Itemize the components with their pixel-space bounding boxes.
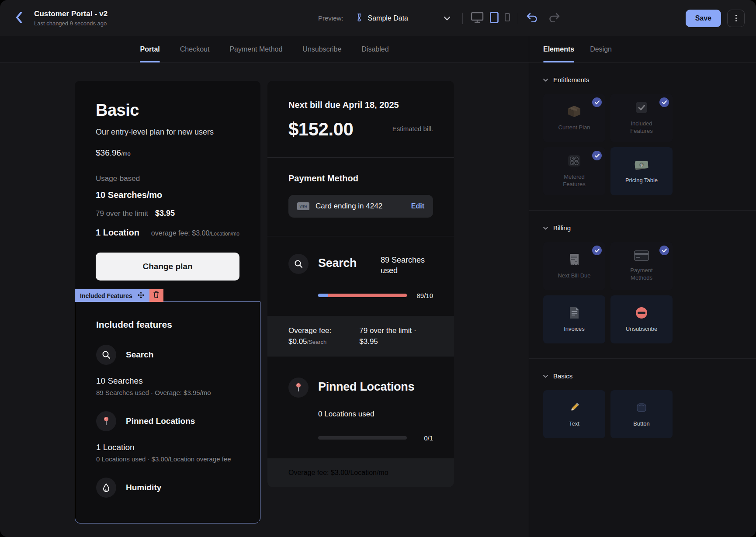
feature-title: Search <box>126 350 153 360</box>
tablet-icon <box>490 12 499 25</box>
redo-button[interactable] <box>548 13 560 24</box>
visa-badge-icon: VISA <box>297 202 309 210</box>
canvas-column: Portal Checkout Payment Method Unsubscri… <box>0 36 529 537</box>
basics-tiles: Text Button <box>543 390 742 438</box>
tab-elements[interactable]: Elements <box>543 36 574 62</box>
bill-amount-row: $152.00 Estimated bill. <box>288 119 433 140</box>
overage-fee-amount: $0.05/Search <box>288 337 331 346</box>
page-title: Customer Portal - v2 <box>34 10 108 18</box>
chevron-down-icon <box>543 224 548 232</box>
delete-element-button[interactable] <box>149 289 163 302</box>
payment-method-heading: Payment Method <box>288 173 433 184</box>
divider <box>518 13 518 24</box>
history-controls <box>526 13 560 24</box>
tab-checkout[interactable]: Checkout <box>180 36 210 62</box>
elements-panel: Elements Design Entitlements Current Pla… <box>529 36 756 537</box>
topbar-center: Preview: Sample Data <box>195 11 683 26</box>
locations-usage-title: Pinned Locations <box>318 380 414 394</box>
locations-overage-band: Overage fee: $3.00/Location/mo <box>267 458 454 487</box>
locations-progress-label: 0/1 <box>415 434 433 442</box>
card-ending-text: Card ending in 4242 <box>316 202 382 211</box>
device-toggle-group <box>471 12 510 25</box>
payment-card-row: VISA Card ending in 4242 Edit <box>288 195 433 218</box>
section-basics: Basics Text Button <box>529 359 756 453</box>
change-plan-button[interactable]: Change plan <box>96 253 239 281</box>
billing-card: Next bill due April 18, 2025 $152.00 Est… <box>267 81 454 487</box>
panel-tabs: Elements Design <box>529 36 756 62</box>
included-features-heading: Included features <box>96 319 239 330</box>
desktop-view-button[interactable] <box>471 12 484 25</box>
feature-quantity: 10 Searches <box>96 376 239 386</box>
over-limit-label: 79 over the limit <box>96 209 148 218</box>
tile-button[interactable]: Button <box>610 390 673 438</box>
body: Portal Checkout Payment Method Unsubscri… <box>0 36 756 537</box>
tile-invoices[interactable]: Invoices <box>543 295 605 343</box>
next-bill-section: Next bill due April 18, 2025 $152.00 Est… <box>267 81 454 157</box>
feature-detail: 0 Locations used · $3.00/Location overag… <box>96 455 239 463</box>
tile-payment-methods[interactable]: Payment Methods <box>610 242 673 290</box>
check-icon <box>592 246 602 255</box>
preview-data-select[interactable]: Sample Data <box>351 11 455 26</box>
back-button[interactable] <box>11 11 26 26</box>
over-limit-col: 79 over the limit · $3.95 <box>359 326 416 346</box>
feature-row: Pinned Locations <box>96 411 239 431</box>
section-entitlements-header[interactable]: Entitlements <box>543 76 742 83</box>
button-shape-icon <box>634 401 649 416</box>
undo-button[interactable] <box>526 13 538 24</box>
tile-current-plan[interactable]: Current Plan <box>543 94 605 142</box>
plan-name: Basic <box>96 101 239 120</box>
gauges-icon <box>567 154 581 169</box>
included-features-block: Included features Search 10 Searches 89 … <box>75 302 260 523</box>
mobile-view-button[interactable] <box>505 13 510 23</box>
overage-fee-label: Overage fee: <box>288 326 331 335</box>
chevron-down-icon <box>444 14 450 22</box>
tab-unsubscribe[interactable]: Unsubscribe <box>302 36 341 62</box>
app-window: Customer Portal - v2 Last changed 9 seco… <box>0 0 756 537</box>
svg-text:$: $ <box>640 163 642 167</box>
tile-metered-features[interactable]: Metered Features <box>543 147 605 195</box>
edit-payment-link[interactable]: Edit <box>411 202 424 210</box>
tab-payment-method[interactable]: Payment Method <box>229 36 282 62</box>
tile-included-features[interactable]: Included Features <box>610 94 673 142</box>
plan-card: Basic Our entry-level plan for new users… <box>75 81 260 523</box>
search-usage-title: Search <box>318 256 357 270</box>
tab-disabled[interactable]: Disabled <box>361 36 388 62</box>
tile-next-bill-due[interactable]: Next Bill Due <box>543 242 605 290</box>
tile-unsubscribe[interactable]: Unsubscribe <box>610 295 673 343</box>
tab-portal[interactable]: Portal <box>140 36 160 62</box>
tablet-view-button[interactable] <box>490 12 499 25</box>
preview-select-value: Sample Data <box>368 14 409 22</box>
search-usage-section: Search 89 Searches used 89/10 <box>267 236 454 316</box>
phone-icon <box>505 13 510 23</box>
chevron-left-icon <box>15 12 22 25</box>
check-square-icon <box>635 101 648 116</box>
check-icon <box>592 97 602 107</box>
flask-icon <box>356 14 363 23</box>
selection-label[interactable]: Included Features <box>75 289 149 302</box>
overage-fee-col: Overage fee: $0.05/Search <box>288 326 331 346</box>
search-progress-bar <box>318 294 407 297</box>
topbar-left: Customer Portal - v2 Last changed 9 seco… <box>11 10 195 27</box>
tab-design[interactable]: Design <box>590 36 612 62</box>
locations-used-text: 0 Locations used <box>318 410 433 419</box>
selected-element-included-features[interactable]: Included Features <box>75 301 260 523</box>
tile-pricing-table[interactable]: $ Pricing Table <box>610 147 673 195</box>
document-icon <box>569 306 580 321</box>
feature-detail: 89 Searches used · Overage: $3.95/mo <box>96 389 239 396</box>
section-basics-header[interactable]: Basics <box>543 372 742 380</box>
move-icon[interactable] <box>138 292 144 300</box>
tile-text[interactable]: Text <box>543 390 605 438</box>
undo-icon <box>526 13 538 24</box>
over-limit-text: 79 over the limit · <box>359 326 416 335</box>
no-entry-icon <box>635 306 648 321</box>
search-progress-row: 89/10 <box>318 292 433 299</box>
section-billing-header[interactable]: Billing <box>543 224 742 232</box>
plan-description: Our entry-level plan for new users <box>96 128 239 137</box>
overflow-menu-button[interactable] <box>727 10 745 27</box>
usage-based-label: Usage-based <box>96 174 239 183</box>
search-overage-band: Overage fee: $0.05/Search 79 over the li… <box>267 316 454 357</box>
selection-badge: Included Features <box>75 289 163 302</box>
chevron-down-icon <box>543 372 548 380</box>
pencil-icon <box>568 401 581 416</box>
save-button[interactable]: Save <box>686 10 721 27</box>
